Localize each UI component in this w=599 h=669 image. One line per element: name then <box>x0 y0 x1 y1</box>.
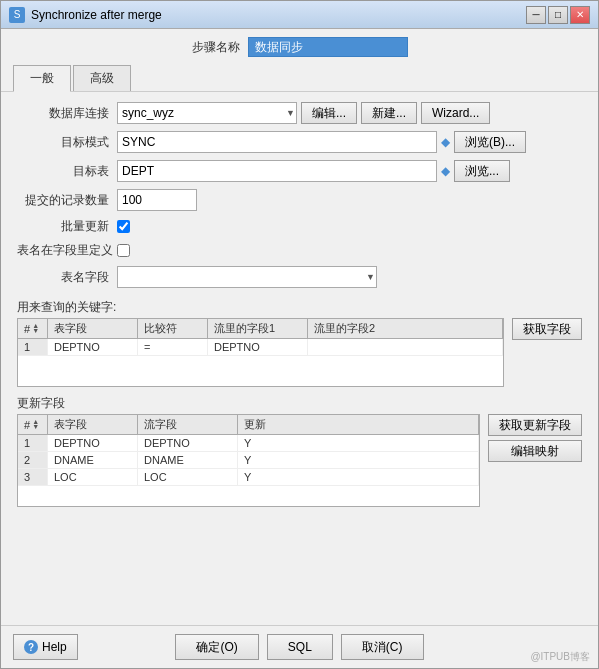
target-mode-row: 目标模式 ◆ 浏览(B)... <box>17 131 582 153</box>
tab-general[interactable]: 一般 <box>13 65 71 92</box>
maximize-button[interactable]: □ <box>548 6 568 24</box>
query-section: 用来查询的关键字: # ▲▼ 表字段 比较符 流里的字段1 流里的字段2 <box>17 295 582 387</box>
watermark: @ITPUB博客 <box>530 650 590 664</box>
table-name-field-wrapper: ▼ <box>117 266 377 288</box>
query-col-compare: 比较符 <box>138 319 208 338</box>
cancel-button[interactable]: 取消(C) <box>341 634 424 660</box>
db-select[interactable]: sync_wyz <box>117 102 297 124</box>
db-label: 数据库连接 <box>17 105 117 122</box>
query-row1-flow2 <box>308 339 503 355</box>
update-row1-num: 1 <box>18 435 48 451</box>
minimize-button[interactable]: ─ <box>526 6 546 24</box>
title-bar: S Synchronize after merge ─ □ ✕ <box>1 1 598 29</box>
update-col-flow: 流字段 <box>138 415 238 434</box>
table-name-field-row: 表名字段 ▼ <box>17 266 582 288</box>
update-section: 更新字段 # ▲▼ 表字段 流字段 更新 <box>17 391 582 507</box>
query-buttons: 获取字段 <box>512 318 582 340</box>
browse-b-button[interactable]: 浏览(B)... <box>454 131 526 153</box>
query-row1-num: 1 <box>18 339 48 355</box>
update-col-num: # ▲▼ <box>18 415 48 434</box>
update-row1-flow: DEPTNO <box>138 435 238 451</box>
update-table: # ▲▼ 表字段 流字段 更新 1 DEPTNO DEPTNO Y <box>17 414 480 507</box>
target-mode-label: 目标模式 <box>17 134 117 151</box>
db-select-wrapper: sync_wyz ▼ <box>117 102 297 124</box>
query-row1-flow1: DEPTNO <box>208 339 308 355</box>
update-row3-flow: LOC <box>138 469 238 485</box>
query-title: 用来查询的关键字: <box>17 299 582 316</box>
edit-button[interactable]: 编辑... <box>301 102 357 124</box>
update-row3-update: Y <box>238 469 479 485</box>
commit-input[interactable] <box>117 189 197 211</box>
help-button[interactable]: ? Help <box>13 634 78 660</box>
update-num-sort-icon: ▲▼ <box>32 420 39 428</box>
query-col-flow1: 流里的字段1 <box>208 319 308 338</box>
target-table-diamond: ◆ <box>441 164 450 178</box>
get-fields-button[interactable]: 获取字段 <box>512 318 582 340</box>
query-row-1[interactable]: 1 DEPTNO = DEPTNO <box>18 339 503 356</box>
step-name-input[interactable] <box>248 37 408 57</box>
update-col-field: 表字段 <box>48 415 138 434</box>
query-table-header: # ▲▼ 表字段 比较符 流里的字段1 流里的字段2 <box>18 319 503 339</box>
query-section-content: # ▲▼ 表字段 比较符 流里的字段1 流里的字段2 1 DEPTNO = <box>17 318 582 387</box>
close-button[interactable]: ✕ <box>570 6 590 24</box>
help-label: Help <box>42 640 67 654</box>
update-table-header: # ▲▼ 表字段 流字段 更新 <box>18 415 479 435</box>
update-row3-num: 3 <box>18 469 48 485</box>
update-section-content: # ▲▼ 表字段 流字段 更新 1 DEPTNO DEPTNO Y <box>17 414 582 507</box>
query-table: # ▲▼ 表字段 比较符 流里的字段1 流里的字段2 1 DEPTNO = <box>17 318 504 387</box>
query-table-container: # ▲▼ 表字段 比较符 流里的字段1 流里的字段2 1 DEPTNO = <box>17 318 504 387</box>
browse-button[interactable]: 浏览... <box>454 160 510 182</box>
edit-map-button[interactable]: 编辑映射 <box>488 440 582 462</box>
bottom-action-buttons: 确定(O) SQL 取消(C) <box>175 634 423 660</box>
target-table-label: 目标表 <box>17 163 117 180</box>
get-update-fields-button[interactable]: 获取更新字段 <box>488 414 582 436</box>
db-buttons: 编辑... 新建... Wizard... <box>301 102 490 124</box>
table-name-define-checkbox[interactable] <box>117 244 130 257</box>
window-icon: S <box>9 7 25 23</box>
update-row-1[interactable]: 1 DEPTNO DEPTNO Y <box>18 435 479 452</box>
table-name-field-select[interactable] <box>117 266 377 288</box>
target-table-row: 目标表 ◆ 浏览... <box>17 160 582 182</box>
title-bar-buttons: ─ □ ✕ <box>526 6 590 24</box>
bottom-bar: ? Help 确定(O) SQL 取消(C) @ITPUB博客 <box>1 625 598 668</box>
help-icon: ? <box>24 640 38 654</box>
tab-advanced[interactable]: 高级 <box>73 65 131 91</box>
num-sort-icon: ▲▼ <box>32 324 39 332</box>
window-title: Synchronize after merge <box>31 8 162 22</box>
update-title: 更新字段 <box>17 395 582 412</box>
new-button[interactable]: 新建... <box>361 102 417 124</box>
batch-update-checkbox[interactable] <box>117 220 130 233</box>
query-empty-rows <box>18 356 503 386</box>
target-table-input[interactable] <box>117 160 437 182</box>
wizard-button[interactable]: Wizard... <box>421 102 490 124</box>
confirm-button[interactable]: 确定(O) <box>175 634 258 660</box>
main-content: 数据库连接 sync_wyz ▼ 编辑... 新建... Wizard... 目… <box>1 92 598 625</box>
update-row2-field: DNAME <box>48 452 138 468</box>
commit-label: 提交的记录数量 <box>17 192 117 209</box>
target-table-buttons: 浏览... <box>454 160 510 182</box>
table-name-define-label: 表名在字段里定义 <box>17 242 117 259</box>
main-window: S Synchronize after merge ─ □ ✕ 步骤名称 一般 … <box>0 0 599 669</box>
step-name-label: 步骤名称 <box>192 39 240 56</box>
update-row-2[interactable]: 2 DNAME DNAME Y <box>18 452 479 469</box>
update-row3-field: LOC <box>48 469 138 485</box>
update-row2-flow: DNAME <box>138 452 238 468</box>
target-mode-buttons: 浏览(B)... <box>454 131 526 153</box>
query-row1-field: DEPTNO <box>48 339 138 355</box>
query-row1-compare: = <box>138 339 208 355</box>
db-connection-row: 数据库连接 sync_wyz ▼ 编辑... 新建... Wizard... <box>17 102 582 124</box>
query-col-flow2: 流里的字段2 <box>308 319 503 338</box>
title-bar-left: S Synchronize after merge <box>9 7 162 23</box>
target-mode-input[interactable] <box>117 131 437 153</box>
update-row-3[interactable]: 3 LOC LOC Y <box>18 469 479 486</box>
sql-button[interactable]: SQL <box>267 634 333 660</box>
table-name-define-row: 表名在字段里定义 <box>17 242 582 259</box>
update-col-update: 更新 <box>238 415 479 434</box>
update-row2-update: Y <box>238 452 479 468</box>
commit-row: 提交的记录数量 <box>17 189 582 211</box>
table-name-field-label: 表名字段 <box>17 269 117 286</box>
update-empty-rows <box>18 486 479 506</box>
update-table-container: # ▲▼ 表字段 流字段 更新 1 DEPTNO DEPTNO Y <box>17 414 480 507</box>
target-mode-diamond: ◆ <box>441 135 450 149</box>
query-col-num: # ▲▼ <box>18 319 48 338</box>
